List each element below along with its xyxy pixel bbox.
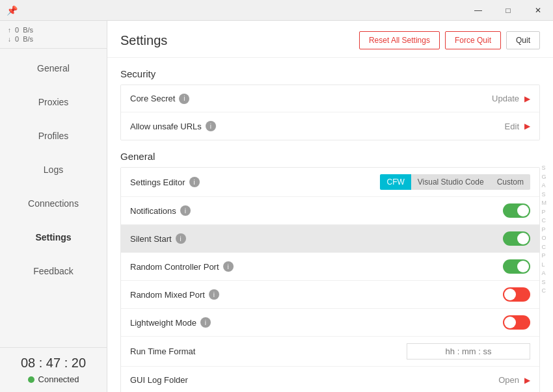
sidebar-item-connections[interactable]: Connections [0,187,107,220]
connection-status: Connected [8,374,99,384]
gui-log-folder-arrow: ▶ [524,376,530,385]
upload-unit: B/s [23,26,33,34]
settings-editor-info-icon[interactable]: i [189,177,200,187]
lightweight-mode-info-icon[interactable]: i [200,317,211,328]
random-controller-port-row: Random Controller Port i [121,253,539,281]
core-secret-arrow: ▶ [524,94,530,103]
settings-editor-label: Settings Editor i [130,177,200,187]
main-layout: ↑ 0 B/s ↓ 0 B/s General Proxies Profiles… [0,21,553,392]
allow-unsafe-urls-row: Allow unsafe URLs i Edit ▶ [121,112,539,140]
download-value: 0 [15,35,19,43]
random-controller-port-label: Random Controller Port i [130,261,234,272]
letter-strip: S G A S M P C P O C P L A S C [542,164,547,296]
random-mixed-port-info-icon[interactable]: i [209,289,219,300]
upload-stat: ↑ 0 B/s [8,26,99,34]
core-secret-row: Core Secret i Update ▶ [121,85,539,112]
general-section-heading: General [120,151,540,162]
allow-unsafe-urls-arrow: ▶ [524,122,530,131]
run-time-format-row: Run Time Format [121,337,539,367]
minimize-icon: — [474,6,482,15]
notifications-toggle[interactable] [503,203,530,218]
random-mixed-port-toggle[interactable] [503,287,530,302]
quit-button[interactable]: Quit [506,31,540,49]
allow-unsafe-urls-info-icon[interactable]: i [206,121,216,131]
sidebar-status: 08 : 47 : 20 Connected [0,347,107,392]
gui-log-folder-label: GUI Log Folder [130,375,188,385]
lightweight-mode-label: Lightweight Mode i [130,317,211,328]
core-secret-text: Core Secret [130,94,175,103]
download-stat: ↓ 0 B/s [8,35,99,43]
core-secret-update-text: Update [492,94,519,103]
silent-start-toggle[interactable] [503,231,530,246]
content-header: Settings Reset All Settings Force Quit Q… [107,21,553,58]
allow-unsafe-urls-edit-text: Edit [505,122,519,131]
editor-vscode-button[interactable]: Visual Studio Code [411,174,491,190]
content-area: Settings Reset All Settings Force Quit Q… [107,21,553,392]
gui-log-folder-open-text: Open [498,375,519,385]
gui-log-folder-row: GUI Log Folder Open ▶ [121,367,539,392]
editor-custom-button[interactable]: Custom [491,174,530,190]
general-settings-table: Settings Editor i CFW Visual Studio Code… [120,167,540,392]
sidebar-item-settings[interactable]: Settings [0,220,107,254]
allow-unsafe-urls-value: Edit ▶ [505,122,530,131]
random-controller-port-toggle[interactable] [503,259,530,274]
sidebar-nav: General Proxies Profiles Logs Connection… [0,49,107,347]
security-settings-table: Core Secret i Update ▶ Allow unsafe URLs… [120,85,540,140]
sidebar-item-logs[interactable]: Logs [0,153,107,187]
sidebar-item-general[interactable]: General [0,51,107,85]
run-time-format-label: Run Time Format [130,346,195,356]
lightweight-mode-toggle[interactable] [503,315,530,330]
gui-log-folder-text: GUI Log Folder [130,375,188,385]
gui-log-folder-value: Open ▶ [498,375,530,385]
core-secret-info-icon[interactable]: i [179,94,189,104]
silent-start-row: Silent Start i [121,225,539,253]
traffic-stats: ↑ 0 B/s ↓ 0 B/s [0,21,107,49]
connection-time: 08 : 47 : 20 [8,356,99,371]
sidebar-item-profiles[interactable]: Profiles [0,119,107,153]
content-scroll[interactable]: Security Core Secret i Update ▶ A [107,58,553,392]
silent-start-text: Silent Start [130,234,172,244]
header-buttons: Reset All Settings Force Quit Quit [359,31,540,49]
settings-editor-text: Settings Editor [130,177,185,187]
random-controller-port-info-icon[interactable]: i [223,261,234,272]
upload-arrow: ↑ [8,27,11,34]
maximize-icon: □ [506,6,510,15]
maximize-button[interactable]: □ [493,0,523,21]
pin-icon: 📌 [0,5,18,16]
random-mixed-port-row: Random Mixed Port i [121,281,539,309]
minimize-button[interactable]: — [463,0,493,21]
upload-value: 0 [15,26,19,34]
allow-unsafe-urls-text: Allow unsafe URLs [130,122,202,131]
core-secret-value: Update ▶ [492,94,530,103]
settings-editor-row: Settings Editor i CFW Visual Studio Code… [121,168,539,197]
random-mixed-port-label: Random Mixed Port i [130,289,219,300]
titlebar: 📌 — □ ✕ [0,0,553,21]
sidebar: ↑ 0 B/s ↓ 0 B/s General Proxies Profiles… [0,21,107,392]
allow-unsafe-urls-label: Allow unsafe URLs i [130,121,216,131]
notifications-info-icon[interactable]: i [180,205,191,216]
force-quit-button[interactable]: Force Quit [445,31,501,49]
security-section-heading: Security [120,68,540,79]
download-unit: B/s [23,35,33,43]
silent-start-label: Silent Start i [130,233,186,244]
connected-label: Connected [38,374,79,384]
silent-start-info-icon[interactable]: i [176,233,186,244]
random-controller-port-text: Random Controller Port [130,262,219,272]
sidebar-item-proxies[interactable]: Proxies [0,85,107,119]
run-time-format-text: Run Time Format [130,346,195,356]
lightweight-mode-text: Lightweight Mode [130,318,196,328]
notifications-label: Notifications i [130,205,191,216]
notifications-text: Notifications [130,206,176,216]
window-controls: — □ ✕ [463,0,553,21]
page-title: Settings [120,33,167,48]
sidebar-item-feedback[interactable]: Feedback [0,254,107,288]
editor-cfw-button[interactable]: CFW [380,174,411,190]
download-arrow: ↓ [8,36,11,43]
run-time-format-input[interactable] [407,343,530,359]
connected-dot [28,376,34,383]
reset-all-settings-button[interactable]: Reset All Settings [359,31,440,49]
lightweight-mode-row: Lightweight Mode i [121,309,539,337]
random-mixed-port-text: Random Mixed Port [130,290,205,300]
close-button[interactable]: ✕ [523,0,553,21]
close-icon: ✕ [535,6,541,15]
